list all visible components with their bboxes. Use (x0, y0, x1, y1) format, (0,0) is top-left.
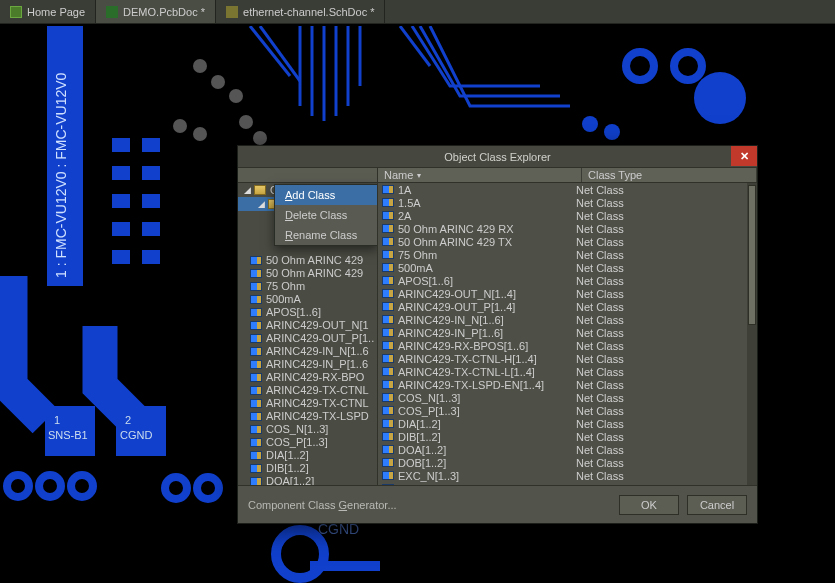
object-class-explorer-dialog: Object Class Explorer ✕ ◢ Object Classes… (237, 145, 758, 524)
net-class-icon (250, 308, 262, 317)
svg-rect-10 (142, 222, 160, 236)
grid-row[interactable]: ARINC429-OUT_N[1..4]Net Class (378, 287, 747, 300)
net-class-icon (250, 425, 262, 434)
grid-row[interactable]: 1.5ANet Class (378, 196, 747, 209)
net-class-icon (382, 302, 394, 311)
grid-row[interactable]: EXC_P[1..3]Net Class (378, 482, 747, 485)
grid-row[interactable]: ARINC429-IN_N[1..6]Net Class (378, 313, 747, 326)
svg-rect-5 (112, 166, 130, 180)
svg-point-22 (604, 124, 620, 140)
net-class-icon (382, 198, 394, 207)
grid-row[interactable]: ARINC429-TX-CTNL-H[1..4]Net Class (378, 352, 747, 365)
dialog-titlebar[interactable]: Object Class Explorer ✕ (238, 146, 757, 168)
grid-scrollbar[interactable] (747, 183, 757, 485)
net-class-icon (250, 295, 262, 304)
tree-net-item[interactable]: DIA[1..2] (250, 449, 375, 462)
net-class-icon (250, 386, 262, 395)
net-class-icon (250, 360, 262, 369)
tree-net-item[interactable]: 50 Ohm ARINC 429 (250, 267, 375, 280)
grid-row[interactable]: ARINC429-OUT_P[1..4]Net Class (378, 300, 747, 313)
grid-header: Name ▾ Class Type (378, 168, 757, 183)
net-class-icon (250, 477, 262, 486)
collapse-icon[interactable]: ◢ (258, 199, 268, 209)
home-icon (10, 6, 22, 18)
grid-row[interactable]: ARINC429-IN_P[1..6]Net Class (378, 326, 747, 339)
grid-row[interactable]: 2ANet Class (378, 209, 747, 222)
tree-net-item[interactable]: ARINC429-RX-BPO (250, 371, 375, 384)
grid-row[interactable]: 1ANet Class (378, 183, 747, 196)
svg-point-15 (71, 475, 93, 497)
class-tree-pane: ◢ Object Classes ◢ Net Classes Add Class… (238, 168, 378, 485)
tree-net-item[interactable]: DIB[1..2] (250, 462, 375, 475)
net-class-icon (382, 315, 394, 324)
tab-pcbdoc[interactable]: DEMO.PcbDoc * (96, 0, 216, 23)
svg-point-27 (253, 131, 267, 145)
grid-row[interactable]: APOS[1..6]Net Class (378, 274, 747, 287)
pcb-doc-icon (106, 6, 118, 18)
svg-rect-7 (112, 194, 130, 208)
tree-net-item[interactable]: ARINC429-OUT_N[1 (250, 319, 375, 332)
grid-row[interactable]: DIA[1..2]Net Class (378, 417, 747, 430)
net-class-icon (250, 412, 262, 421)
ok-button[interactable]: OK (619, 495, 679, 515)
net-class-icon (382, 341, 394, 350)
grid-row[interactable]: DOA[1..2]Net Class (378, 443, 747, 456)
svg-point-24 (211, 75, 225, 89)
grid-row[interactable]: ARINC429-TX-LSPD-EN[1..4]Net Class (378, 378, 747, 391)
collapse-icon[interactable]: ◢ (244, 185, 254, 195)
tree-net-item[interactable]: COS_P[1..3] (250, 436, 375, 449)
net-class-icon (250, 256, 262, 265)
tree-net-item[interactable]: ARINC429-OUT_P[1.. (250, 332, 375, 345)
column-header-name[interactable]: Name ▾ (378, 168, 582, 182)
close-button[interactable]: ✕ (731, 146, 757, 166)
net-class-icon (382, 237, 394, 246)
dialog-footer: Component Class Generator... OK Cancel (238, 485, 757, 523)
net-class-icon (382, 458, 394, 467)
tree-net-item[interactable]: ARINC429-TX-CTNL (250, 397, 375, 410)
grid-row[interactable]: DOB[1..2]Net Class (378, 456, 747, 469)
net-class-icon (382, 484, 394, 485)
net-class-icon (382, 419, 394, 428)
net-class-icon (382, 380, 394, 389)
grid-row[interactable]: DIB[1..2]Net Class (378, 430, 747, 443)
net-class-icon (382, 276, 394, 285)
tab-schdoc[interactable]: ethernet-channel.SchDoc * (216, 0, 385, 23)
tree-net-item[interactable]: ARINC429-TX-LSPD (250, 410, 375, 423)
grid-row[interactable]: COS_N[1..3]Net Class (378, 391, 747, 404)
tree-net-item[interactable]: 75 Ohm (250, 280, 375, 293)
net-class-icon (250, 347, 262, 356)
tab-home[interactable]: Home Page (0, 0, 96, 23)
grid-row[interactable]: 50 Ohm ARINC 429 RXNet Class (378, 222, 747, 235)
scrollbar-thumb[interactable] (748, 185, 756, 325)
ctx-add-class[interactable]: Add Class (275, 185, 377, 205)
net-class-icon (250, 321, 262, 330)
cancel-button[interactable]: Cancel (687, 495, 747, 515)
column-header-classtype[interactable]: Class Type (582, 168, 757, 182)
grid-row[interactable]: 500mANet Class (378, 261, 747, 274)
tree-net-item[interactable]: ARINC429-IN_P[1..6 (250, 358, 375, 371)
net-class-icon (250, 334, 262, 343)
grid-row[interactable]: ARINC429-RX-BPOS[1..6]Net Class (378, 339, 747, 352)
grid-row[interactable]: COS_P[1..3]Net Class (378, 404, 747, 417)
svg-rect-9 (112, 222, 130, 236)
tree-net-item[interactable]: COS_N[1..3] (250, 423, 375, 436)
svg-point-13 (7, 475, 29, 497)
ctx-rename-class[interactable]: Rename Class (275, 225, 377, 245)
tree-net-item[interactable]: DOA[1..2] (250, 475, 375, 485)
tree-net-item[interactable]: 50 Ohm ARINC 429 (250, 254, 375, 267)
net-class-icon (382, 354, 394, 363)
grid-row[interactable]: 75 OhmNet Class (378, 248, 747, 261)
grid-row[interactable]: ARINC429-TX-CTNL-L[1..4]Net Class (378, 365, 747, 378)
tree-net-item[interactable]: ARINC429-IN_N[1..6 (250, 345, 375, 358)
ctx-delete-class[interactable]: Delete Class (275, 205, 377, 225)
svg-point-25 (229, 89, 243, 103)
net-class-icon (250, 373, 262, 382)
tree-net-item[interactable]: 500mA (250, 293, 375, 306)
net-class-icon (250, 282, 262, 291)
grid-row[interactable]: 50 Ohm ARINC 429 TXNet Class (378, 235, 747, 248)
tree-net-item[interactable]: APOS[1..6] (250, 306, 375, 319)
net-class-icon (382, 471, 394, 480)
tree-net-item[interactable]: ARINC429-TX-CTNL (250, 384, 375, 397)
grid-row[interactable]: EXC_N[1..3]Net Class (378, 469, 747, 482)
component-class-generator-link[interactable]: Component Class Generator... (248, 499, 397, 511)
